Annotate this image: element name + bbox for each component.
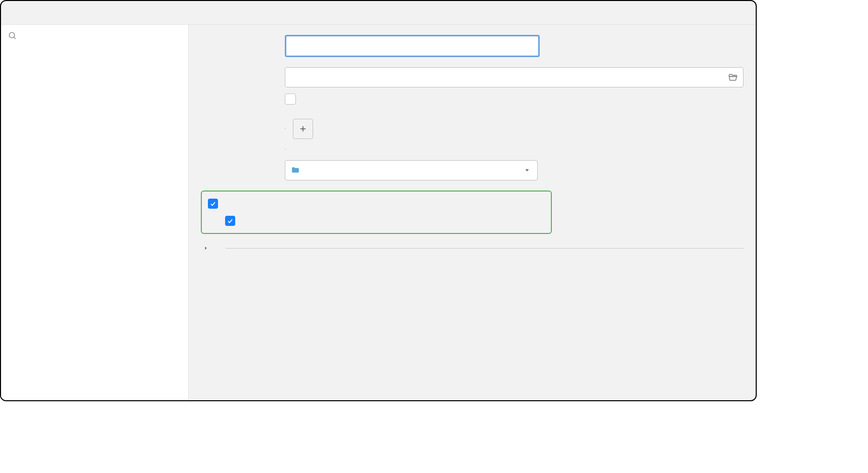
add-sample-code-checkbox[interactable] (208, 199, 218, 209)
advanced-settings-toggle[interactable] (201, 243, 744, 253)
minimize-window-button[interactable] (20, 10, 26, 16)
chevron-right-icon (201, 243, 211, 253)
build-system-group (285, 149, 286, 150)
location-field[interactable] (285, 67, 744, 87)
language-group (285, 128, 286, 129)
svg-line-1 (14, 37, 16, 39)
sidebar (1, 25, 189, 400)
svg-point-0 (9, 32, 15, 38)
name-field[interactable] (285, 35, 540, 57)
chevron-down-icon (522, 165, 532, 175)
folder-icon (290, 165, 300, 175)
onboarding-tips-checkbox[interactable] (225, 216, 235, 226)
new-project-dialog (0, 0, 757, 401)
close-window-button[interactable] (8, 10, 15, 16)
sample-code-highlight (201, 191, 552, 234)
add-language-button[interactable] (293, 119, 313, 139)
search-input[interactable] (1, 25, 188, 47)
folder-open-icon[interactable] (728, 72, 738, 82)
git-checkbox[interactable] (285, 93, 296, 105)
generators-heading (1, 47, 188, 67)
form-area (189, 25, 756, 400)
maximize-window-button[interactable] (31, 10, 38, 16)
search-icon (8, 31, 17, 40)
jdk-dropdown[interactable] (285, 160, 538, 180)
titlebar (1, 1, 756, 25)
